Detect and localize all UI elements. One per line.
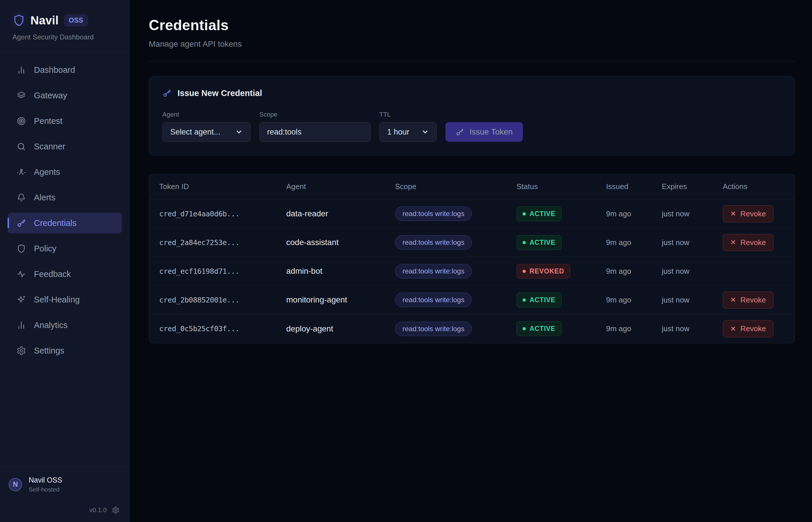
ttl-select-value: 1 hour	[387, 127, 409, 137]
status-dot-icon	[523, 212, 526, 216]
sidebar-item-label: Pentest	[34, 116, 62, 126]
status-badge: ACTIVE	[516, 321, 562, 336]
column-header: Token ID	[149, 182, 276, 191]
revoke-button[interactable]: ✕Revoke	[723, 320, 773, 337]
sidebar-item-label: Agents	[34, 167, 60, 177]
column-header: Issued	[596, 182, 652, 191]
column-header: Actions	[712, 182, 795, 191]
page-subtitle: Manage agent API tokens	[149, 39, 795, 49]
revoke-button[interactable]: ✕Revoke	[723, 292, 773, 308]
expires-time: just now	[652, 267, 712, 276]
expires-time: just now	[652, 296, 712, 304]
agent-name: code-assistant	[276, 238, 385, 247]
sidebar-item-self-healing[interactable]: Self-Healing	[7, 289, 122, 310]
user-profile: N Navil OSS Self-hosted	[9, 476, 120, 493]
brand-subtitle: Agent Security Dashboard	[13, 33, 117, 41]
status-badge: REVOKED	[516, 264, 570, 279]
key-icon	[17, 218, 26, 228]
token-id: cred_2a84ec7253e...	[149, 238, 276, 247]
scope-pill: read:tools write:logs	[395, 264, 472, 278]
issued-time: 9m ago	[596, 238, 652, 247]
brand-name: Navil	[31, 14, 59, 27]
status-dot-icon	[523, 327, 526, 330]
oss-badge: OSS	[64, 15, 88, 26]
x-icon: ✕	[730, 238, 736, 246]
sidebar-item-policy[interactable]: Policy	[7, 238, 122, 259]
issue-credential-card: Issue New Credential Agent Select agent.…	[149, 76, 795, 156]
sidebar-item-label: Self-Healing	[34, 295, 80, 304]
expires-time: just now	[652, 209, 712, 218]
avatar: N	[9, 478, 22, 491]
version-label: v0.1.0	[89, 506, 107, 514]
issue-token-button[interactable]: Issue Token	[445, 122, 523, 142]
sidebar-footer: N Navil OSS Self-hosted v0.1.0	[0, 467, 129, 522]
sidebar-item-label: Dashboard	[34, 65, 75, 75]
issue-token-label: Issue Token	[469, 127, 513, 137]
column-header: Scope	[385, 182, 506, 191]
user-subtitle: Self-hosted	[29, 486, 62, 493]
sidebar-item-label: Settings	[34, 346, 64, 356]
gear-icon[interactable]	[112, 506, 120, 514]
x-icon: ✕	[730, 210, 736, 218]
sidebar-item-label: Alerts	[34, 193, 55, 202]
sidebar-item-feedback[interactable]: Feedback	[7, 264, 122, 284]
scope-pill: read:tools write:logs	[395, 235, 472, 250]
status-badge: ACTIVE	[516, 235, 562, 250]
sidebar-item-dashboard[interactable]: Dashboard	[7, 59, 122, 80]
x-icon: ✕	[730, 325, 736, 333]
sidebar-item-credentials[interactable]: Credentials	[7, 213, 122, 234]
sidebar-item-analytics[interactable]: Analytics	[7, 315, 122, 336]
agent-name: data-reader	[276, 209, 385, 218]
header-divider	[149, 61, 795, 62]
issued-time: 9m ago	[596, 209, 652, 218]
page-title: Credentials	[149, 17, 795, 34]
column-header: Status	[506, 182, 596, 191]
x-icon: ✕	[730, 296, 736, 304]
sidebar-item-label: Policy	[34, 244, 56, 254]
gear-icon	[17, 346, 26, 356]
sidebar-item-label: Feedback	[34, 269, 71, 279]
sidebar-item-pentest[interactable]: Pentest	[7, 111, 122, 132]
sidebar-item-scanner[interactable]: Scanner	[7, 136, 122, 157]
sidebar-item-gateway[interactable]: Gateway	[7, 85, 122, 106]
revoke-button[interactable]: ✕Revoke	[723, 234, 773, 251]
main-content: Credentials Manage agent API tokens Issu…	[130, 0, 812, 522]
agent-select[interactable]: Select agent...	[162, 122, 250, 142]
sidebar-item-label: Gateway	[34, 91, 67, 100]
scope-input[interactable]	[267, 127, 363, 137]
target-icon	[17, 116, 26, 126]
scope-label: Scope	[259, 111, 371, 118]
key-icon	[455, 128, 464, 136]
token-id: cred_d71e4aa0d6b...	[149, 210, 276, 218]
ttl-label: TTL	[379, 111, 437, 118]
search-icon	[17, 142, 26, 152]
sidebar-item-agents[interactable]: Agents	[7, 162, 122, 182]
activity-icon	[17, 269, 26, 279]
ttl-select[interactable]: 1 hour	[379, 122, 437, 142]
revoke-button[interactable]: ✕Revoke	[723, 205, 773, 222]
agent-name: deploy-agent	[276, 324, 385, 334]
shield-logo-icon	[13, 13, 25, 27]
sidebar: Navil OSS Agent Security Dashboard Dashb…	[0, 0, 130, 522]
scope-field-wrap	[259, 122, 371, 142]
table-row: cred_ecf16198d71...admin-botread:tools w…	[149, 257, 795, 286]
sidebar-item-settings[interactable]: Settings	[7, 340, 122, 361]
table-row: cred_2b08852001e...monitoring-agentread:…	[149, 286, 795, 314]
table-row: cred_2a84ec7253e...code-assistantread:to…	[149, 228, 795, 257]
status-badge: ACTIVE	[516, 206, 562, 221]
expires-time: just now	[652, 324, 712, 333]
column-header: Agent	[276, 182, 385, 191]
token-id: cred_2b08852001e...	[149, 296, 276, 304]
agent-label: Agent	[162, 111, 250, 118]
scope-pill: read:tools write:logs	[395, 206, 472, 221]
sidebar-item-alerts[interactable]: Alerts	[7, 187, 122, 208]
chevron-down-icon	[235, 128, 243, 136]
token-id: cred_ecf16198d71...	[149, 267, 276, 276]
expires-time: just now	[652, 238, 712, 247]
table-row: cred_0c5b25cf03f...deploy-agentread:tool…	[149, 314, 795, 343]
credentials-table: Token IDAgentScopeStatusIssuedExpiresAct…	[149, 174, 795, 343]
scope-pill: read:tools write:logs	[395, 293, 472, 307]
column-header: Expires	[652, 182, 712, 191]
agent-select-value: Select agent...	[170, 127, 220, 137]
issue-card-title: Issue New Credential	[178, 88, 262, 98]
